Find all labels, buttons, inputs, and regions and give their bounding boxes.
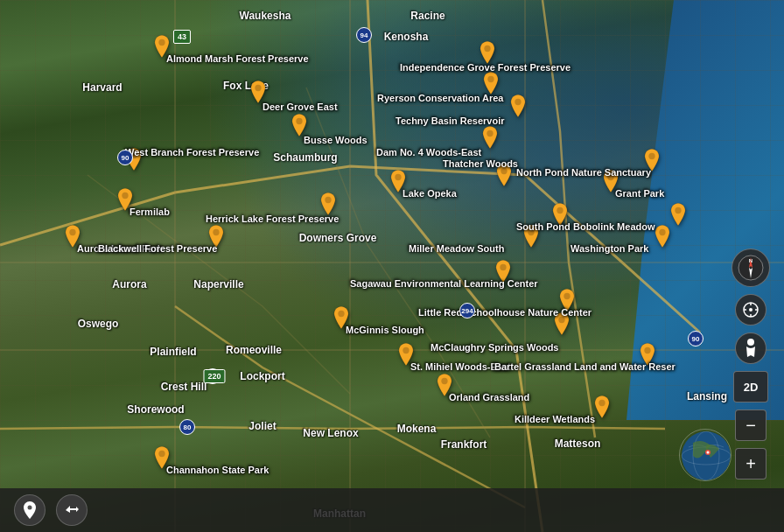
marker-dam-no4[interactable] bbox=[480, 126, 500, 150]
svg-point-26 bbox=[441, 378, 447, 384]
highway-220: 220 bbox=[203, 369, 225, 383]
marker-techny-basin[interactable] bbox=[508, 94, 528, 119]
svg-point-15 bbox=[675, 207, 681, 214]
svg-point-3 bbox=[487, 76, 494, 82]
marker-sagawau[interactable] bbox=[494, 260, 513, 284]
marker-grant-park[interactable] bbox=[601, 170, 620, 194]
view-2d-button[interactable]: 2D bbox=[733, 371, 768, 402]
marker-orland-grassland[interactable] bbox=[435, 374, 454, 398]
svg-point-28 bbox=[158, 451, 164, 457]
marker-bobolink-meadow[interactable] bbox=[668, 203, 688, 228]
zoom-in-button[interactable]: + bbox=[735, 448, 766, 480]
svg-point-11 bbox=[607, 174, 613, 180]
highway-43: 43 bbox=[173, 30, 191, 44]
marker-bartel-grassland[interactable] bbox=[638, 343, 657, 368]
svg-point-21 bbox=[338, 311, 344, 317]
svg-point-8 bbox=[648, 153, 654, 159]
svg-text:N: N bbox=[749, 258, 752, 263]
svg-point-6 bbox=[486, 130, 493, 136]
location-button[interactable] bbox=[735, 294, 766, 326]
marker-lake-opeka[interactable] bbox=[388, 170, 408, 194]
marker-st-mihiel[interactable] bbox=[396, 343, 416, 368]
marker-almond-marsh[interactable] bbox=[152, 35, 172, 60]
directions-button[interactable] bbox=[56, 494, 88, 526]
svg-point-13 bbox=[325, 197, 331, 203]
highway-294: 294 bbox=[459, 303, 475, 318]
marker-blackwell[interactable] bbox=[206, 225, 226, 249]
zoom-out-button[interactable]: − bbox=[735, 410, 766, 441]
urban-grid-overlay bbox=[0, 0, 784, 532]
svg-point-12 bbox=[122, 192, 128, 199]
marker-aurora-island[interactable] bbox=[63, 225, 82, 249]
marker-deer-grove-east[interactable] bbox=[248, 80, 268, 105]
map-container[interactable]: WaukeshaRacineKenoshaFox LakeHarvardScha… bbox=[0, 0, 784, 532]
svg-point-23 bbox=[558, 317, 564, 323]
svg-point-14 bbox=[556, 207, 563, 214]
svg-point-22 bbox=[564, 293, 570, 299]
marker-little-red-schoolhouse[interactable] bbox=[557, 289, 577, 313]
compass-button[interactable]: N bbox=[732, 248, 770, 287]
svg-point-40 bbox=[682, 431, 731, 480]
highway-80: 80 bbox=[179, 419, 195, 435]
svg-point-0 bbox=[158, 39, 164, 46]
marker-miller-meadow-south[interactable] bbox=[522, 225, 541, 249]
highway-90: 90 bbox=[117, 150, 133, 165]
marker-ryerson[interactable] bbox=[481, 72, 500, 96]
marker-herrick-lake[interactable] bbox=[318, 192, 338, 217]
svg-point-27 bbox=[598, 400, 605, 406]
marker-independence-grove[interactable] bbox=[478, 41, 497, 66]
svg-point-10 bbox=[395, 174, 401, 180]
marker-channahon[interactable] bbox=[152, 446, 172, 471]
marker-mcginnis-slough[interactable] bbox=[332, 306, 351, 331]
street-view-button[interactable] bbox=[735, 332, 766, 364]
svg-point-2 bbox=[255, 85, 261, 91]
svg-point-45 bbox=[28, 506, 32, 510]
marker-thatcher[interactable] bbox=[494, 164, 514, 188]
marker-killdeer-wetlands[interactable] bbox=[592, 396, 612, 420]
svg-point-39 bbox=[747, 339, 754, 346]
svg-point-5 bbox=[296, 118, 302, 124]
svg-point-4 bbox=[514, 99, 521, 105]
location-pin-button[interactable] bbox=[14, 494, 46, 526]
svg-point-34 bbox=[749, 308, 752, 312]
svg-point-24 bbox=[402, 347, 409, 354]
svg-point-17 bbox=[213, 229, 219, 235]
highway-94: 94 bbox=[356, 27, 372, 43]
marker-busse-woods[interactable] bbox=[290, 114, 309, 138]
marker-washington-park[interactable] bbox=[653, 225, 672, 249]
marker-mcclaughry-springs[interactable] bbox=[552, 312, 571, 337]
svg-point-20 bbox=[500, 264, 506, 270]
svg-point-9 bbox=[500, 168, 507, 174]
marker-north-pond[interactable] bbox=[642, 149, 662, 173]
minimap-globe[interactable] bbox=[679, 429, 732, 481]
marker-south-pond[interactable] bbox=[550, 203, 570, 228]
bottom-controls-bar[interactable] bbox=[0, 488, 784, 532]
svg-point-18 bbox=[528, 229, 534, 235]
svg-point-44 bbox=[707, 452, 710, 454]
highway-90: 90 bbox=[688, 331, 704, 346]
svg-point-19 bbox=[659, 229, 665, 235]
svg-point-1 bbox=[484, 46, 490, 52]
svg-point-25 bbox=[644, 347, 650, 354]
svg-point-16 bbox=[69, 229, 75, 235]
right-controls[interactable]: N 2D − + bbox=[732, 248, 770, 480]
marker-fermilab[interactable] bbox=[116, 188, 135, 213]
